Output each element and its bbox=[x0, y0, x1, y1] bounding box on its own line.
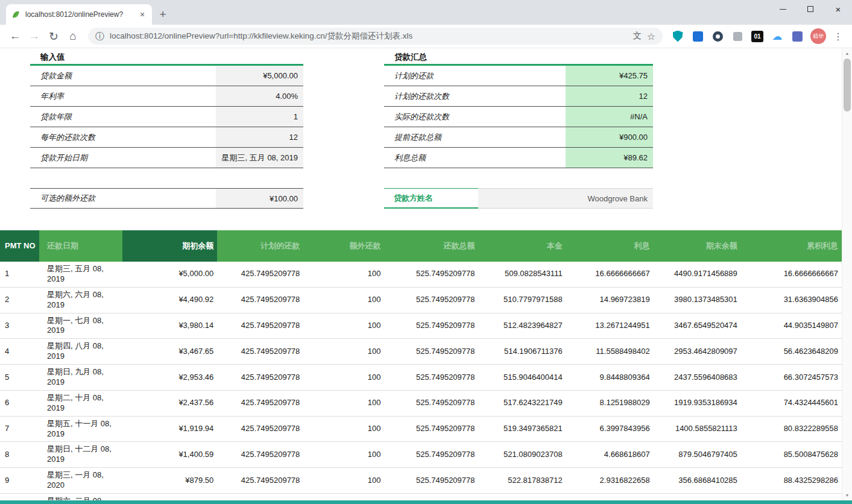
scrollbar-thumb[interactable] bbox=[844, 58, 851, 112]
table-cell: 星期四, 八月 08, 2019 bbox=[39, 339, 122, 365]
table-cell: 4 bbox=[0, 339, 39, 365]
table-row: 1星期三, 五月 08, 2019¥5,000.00425.7495209778… bbox=[0, 262, 842, 287]
home-button[interactable]: ⌂ bbox=[64, 27, 82, 45]
table-cell: 510.7797971588 bbox=[479, 287, 566, 313]
table-cell: 7 bbox=[0, 416, 39, 442]
table-cell: ¥3,467.65 bbox=[122, 339, 217, 365]
table-cell: 13.2671244951 bbox=[566, 313, 654, 339]
table-cell: 525.7495209778 bbox=[384, 262, 478, 287]
table-cell: 425.7495209778 bbox=[217, 313, 303, 339]
table-cell: 44.9035149807 bbox=[741, 313, 842, 339]
table-cell: 星期二, 十月 08, 2019 bbox=[39, 390, 122, 416]
new-tab-button[interactable]: + bbox=[154, 6, 171, 23]
table-cell: 525.7495209778 bbox=[384, 313, 478, 339]
table-cell: 0 bbox=[654, 494, 741, 500]
maximize-button[interactable] bbox=[797, 0, 824, 18]
address-bar[interactable]: ⓘ localhost:8012/onlinePreview?url=http:… bbox=[88, 28, 663, 45]
shield-extension-icon[interactable] bbox=[671, 30, 684, 43]
table-cell: 425.7495209778 bbox=[217, 262, 303, 287]
table-cell: 525.7495209778 bbox=[384, 365, 478, 391]
ring-extension-icon[interactable] bbox=[711, 30, 724, 43]
table-cell: 16.6666666667 bbox=[741, 262, 842, 287]
teal-shield-icon bbox=[673, 31, 683, 42]
blue-extension-icon[interactable] bbox=[691, 30, 704, 43]
back-button[interactable]: ← bbox=[6, 27, 24, 45]
table-cell: 星期六, 二月 08, 2020 bbox=[39, 494, 122, 500]
table-cell: 425.7495209778 bbox=[217, 365, 303, 391]
input-value: 12 bbox=[216, 127, 303, 147]
table-cell: 525.7495209778 bbox=[384, 390, 478, 416]
table-cell: 74.4324445601 bbox=[741, 390, 842, 416]
table-cell: 515.9046400414 bbox=[479, 365, 566, 391]
table-cell: 1919.9353186934 bbox=[654, 390, 741, 416]
table-cell: 6.3997843956 bbox=[566, 416, 654, 442]
close-window-button[interactable]: × bbox=[824, 0, 852, 18]
tab-title: localhost:8012/onlinePreview? bbox=[25, 10, 133, 19]
table-cell: 100 bbox=[303, 365, 384, 391]
gray-extension-icon[interactable] bbox=[731, 30, 744, 43]
profile-avatar[interactable]: 精华 bbox=[810, 28, 826, 44]
browser-menu-icon[interactable]: ⋮ bbox=[833, 31, 844, 42]
kkfileview-leaf-icon bbox=[11, 10, 21, 19]
forward-button[interactable]: → bbox=[25, 27, 43, 45]
table-cell: 2953.4642809097 bbox=[654, 339, 741, 365]
input-row: 贷款金额 ¥5,000.00 bbox=[30, 66, 303, 86]
table-cell: 星期日, 十二月 08, 2019 bbox=[39, 442, 122, 468]
table-cell: 2437.5596408683 bbox=[654, 365, 741, 391]
table-cell: ¥1,919.94 bbox=[122, 416, 217, 442]
table-cell: ¥5,000.00 bbox=[122, 262, 217, 287]
table-cell: ¥3,980.14 bbox=[122, 313, 217, 339]
input-section: 输入值 贷款金额 ¥5,000.00 年利率 4.00% 贷款年限 1 bbox=[30, 51, 303, 209]
minimize-button[interactable] bbox=[769, 0, 797, 18]
lender-label: 贷款方姓名 bbox=[384, 188, 478, 209]
table-cell: 100 bbox=[303, 442, 384, 468]
preview-content: 输入值 贷款金额 ¥5,000.00 年利率 4.00% 贷款年限 1 bbox=[0, 48, 852, 500]
table-cell: 425.7495209778 bbox=[217, 494, 303, 500]
table-cell: 1 bbox=[0, 262, 39, 287]
badge-extension-icon[interactable]: 01 bbox=[751, 30, 764, 43]
table-cell: 31.6363904856 bbox=[741, 287, 842, 313]
scroll-down-icon[interactable]: ▼ bbox=[842, 490, 852, 500]
table-cell: 1400.5855821113 bbox=[654, 416, 741, 442]
bookmark-star-icon[interactable]: ☆ bbox=[647, 31, 655, 42]
table-cell: 2.9316822658 bbox=[566, 468, 654, 494]
input-row: 每年的还款次数 12 bbox=[30, 127, 303, 148]
column-header: 本金 bbox=[479, 230, 566, 262]
table-cell: 1.1889561368 bbox=[566, 494, 654, 500]
browser-tab[interactable]: localhost:8012/onlinePreview? × bbox=[6, 4, 152, 25]
table-cell: 9 bbox=[0, 468, 39, 494]
vertical-scrollbar[interactable]: ▲ ▼ bbox=[842, 48, 852, 500]
extension-badge: 01 bbox=[751, 31, 763, 42]
table-cell: 525.7495209778 bbox=[384, 416, 478, 442]
scroll-up-icon[interactable]: ▲ bbox=[842, 48, 852, 58]
indigo-extension-icon[interactable] bbox=[790, 30, 804, 43]
column-header: 期初余额 bbox=[122, 230, 217, 262]
summary-row: 计划的还款次数 12 bbox=[384, 86, 653, 107]
refresh-button[interactable]: ↻ bbox=[45, 27, 63, 45]
tab-close-icon[interactable]: × bbox=[137, 10, 147, 19]
table-cell: ¥2,437.56 bbox=[122, 390, 217, 416]
table-cell: 2 bbox=[0, 287, 39, 313]
table-row: 9星期三, 一月 08, 2020¥879.50425.749520977810… bbox=[0, 468, 842, 494]
amortization-table-body: 1星期三, 五月 08, 2019¥5,000.00425.7495209778… bbox=[0, 262, 842, 500]
url-text[interactable]: localhost:8012/onlinePreview?url=http://… bbox=[110, 31, 628, 42]
input-row: 贷款年限 1 bbox=[30, 107, 303, 127]
maximize-icon bbox=[807, 6, 813, 12]
column-header: 期末余额 bbox=[654, 230, 741, 262]
column-header: 利息 bbox=[566, 230, 654, 262]
table-cell: 425.7495209778 bbox=[217, 339, 303, 365]
cloud-extension-icon[interactable]: ☁ bbox=[771, 30, 784, 43]
table-cell: 85.5008475628 bbox=[741, 442, 842, 468]
summary-row: 提前还款总额 ¥900.00 bbox=[384, 127, 653, 148]
table-row: 2星期六, 六月 08, 2019¥4,490.92425.7495209778… bbox=[0, 287, 842, 313]
table-cell: 509.0828543111 bbox=[479, 262, 566, 287]
input-label: 每年的还款次数 bbox=[30, 127, 216, 147]
table-cell: 9.8448809364 bbox=[566, 365, 654, 391]
minimize-icon bbox=[780, 9, 786, 10]
summary-value: #N/A bbox=[566, 107, 653, 127]
page-info-icon[interactable]: ⓘ bbox=[95, 31, 104, 42]
input-value: 1 bbox=[216, 107, 303, 127]
translate-icon[interactable]: 文 bbox=[633, 31, 642, 42]
spreadsheet: 输入值 贷款金额 ¥5,000.00 年利率 4.00% 贷款年限 1 bbox=[0, 48, 842, 500]
amortization-table-head-row: PMT NO还款日期期初余额计划的还款额外还款还款总额本金利息期末余额累积利息 bbox=[0, 230, 842, 262]
